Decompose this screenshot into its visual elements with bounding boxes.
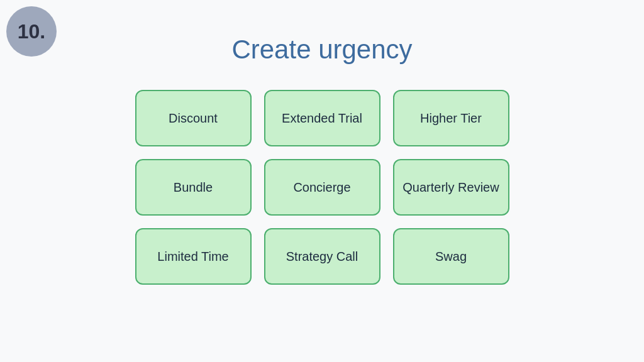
- page-title: Create urgency: [0, 0, 644, 65]
- grid-item-extended-trial[interactable]: Extended Trial: [264, 90, 380, 146]
- grid-item-concierge[interactable]: Concierge: [264, 159, 380, 216]
- grid-item-label-limited-time: Limited Time: [151, 250, 235, 264]
- grid-item-limited-time[interactable]: Limited Time: [135, 228, 252, 285]
- grid-item-label-extended-trial: Extended Trial: [275, 111, 369, 126]
- slide-number-badge: 10.: [6, 6, 57, 57]
- grid-item-label-bundle: Bundle: [167, 180, 219, 195]
- grid-item-higher-tier[interactable]: Higher Tier: [393, 90, 509, 146]
- urgency-grid: DiscountExtended TrialHigher TierBundleC…: [0, 90, 644, 285]
- grid-item-label-higher-tier: Higher Tier: [414, 111, 488, 126]
- grid-item-bundle[interactable]: Bundle: [135, 159, 252, 216]
- grid-item-swag[interactable]: Swag: [393, 228, 509, 285]
- grid-item-quarterly-review[interactable]: Quarterly Review: [393, 159, 509, 216]
- grid-item-label-discount: Discount: [162, 111, 224, 126]
- grid-item-strategy-call[interactable]: Strategy Call: [264, 228, 380, 285]
- grid-item-label-swag: Swag: [429, 250, 473, 264]
- grid-item-label-concierge: Concierge: [287, 180, 357, 195]
- grid-item-label-strategy-call: Strategy Call: [280, 250, 365, 264]
- grid-item-discount[interactable]: Discount: [135, 90, 252, 146]
- grid-item-label-quarterly-review: Quarterly Review: [396, 180, 505, 195]
- slide-number-text: 10.: [18, 20, 45, 43]
